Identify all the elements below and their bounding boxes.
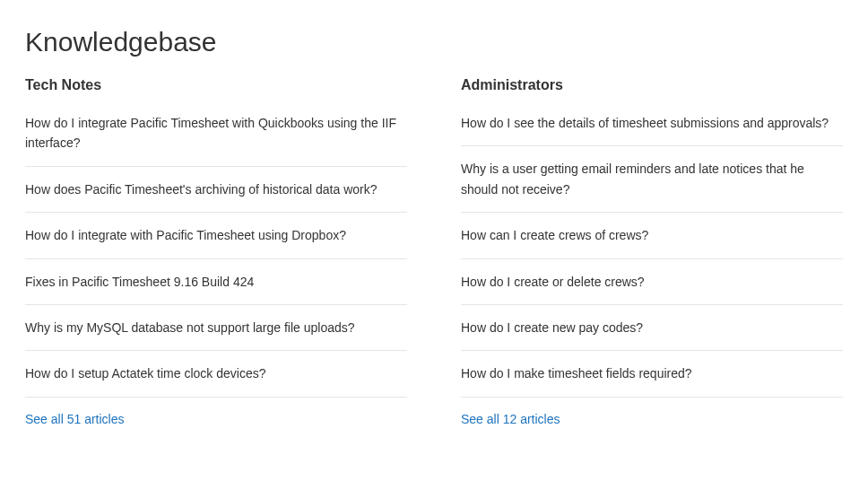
- article-link[interactable]: How do I see the details of timesheet su…: [461, 113, 843, 133]
- article-item: Why is a user getting email reminders an…: [461, 146, 843, 213]
- article-item: How do I integrate with Pacific Timeshee…: [25, 213, 407, 258]
- section-administrators: Administrators How do I see the details …: [461, 77, 843, 427]
- article-link[interactable]: How do I setup Actatek time clock device…: [25, 363, 407, 383]
- article-link[interactable]: How do I integrate Pacific Timesheet wit…: [25, 113, 407, 153]
- sections-container: Tech Notes How do I integrate Pacific Ti…: [25, 77, 843, 427]
- see-all-link[interactable]: See all 51 articles: [25, 412, 125, 426]
- article-link[interactable]: How can I create crews of crews?: [461, 225, 843, 245]
- article-item: How do I setup Actatek time clock device…: [25, 351, 407, 397]
- article-list: How do I see the details of timesheet su…: [461, 106, 843, 398]
- article-link[interactable]: How do I create new pay codes?: [461, 318, 843, 337]
- article-item: Why is my MySQL database not support lar…: [25, 305, 407, 351]
- article-link[interactable]: How does Pacific Timesheet's archiving o…: [25, 179, 407, 199]
- article-list: How do I integrate Pacific Timesheet wit…: [25, 106, 407, 398]
- article-item: How do I create or delete crews?: [461, 259, 843, 305]
- article-link[interactable]: How do I create or delete crews?: [461, 272, 843, 292]
- section-title: Tech Notes: [25, 77, 407, 93]
- article-item: How do I make timesheet fields required?: [461, 351, 843, 397]
- page-title: Knowledgebase: [25, 27, 843, 57]
- section-title: Administrators: [461, 77, 843, 93]
- article-item: How does Pacific Timesheet's archiving o…: [25, 167, 407, 213]
- article-item: Fixes in Pacific Timesheet 9.16 Build 42…: [25, 259, 407, 305]
- article-link[interactable]: How do I integrate with Pacific Timeshee…: [25, 225, 407, 245]
- article-item: How do I see the details of timesheet su…: [461, 106, 843, 146]
- see-all-link[interactable]: See all 12 articles: [461, 412, 560, 426]
- article-link[interactable]: How do I make timesheet fields required?: [461, 363, 843, 383]
- article-link[interactable]: Why is my MySQL database not support lar…: [25, 318, 407, 337]
- article-item: How do I integrate Pacific Timesheet wit…: [25, 106, 407, 167]
- article-item: How do I create new pay codes?: [461, 305, 843, 351]
- article-link[interactable]: Why is a user getting email reminders an…: [461, 159, 843, 199]
- section-tech-notes: Tech Notes How do I integrate Pacific Ti…: [25, 77, 407, 427]
- article-link[interactable]: Fixes in Pacific Timesheet 9.16 Build 42…: [25, 272, 407, 292]
- article-item: How can I create crews of crews?: [461, 213, 843, 258]
